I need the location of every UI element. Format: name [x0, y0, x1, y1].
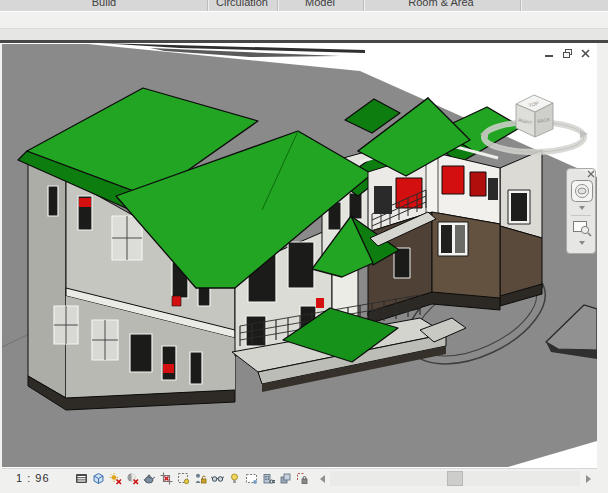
close-button[interactable] [580, 45, 591, 56]
status-bar-margin [0, 488, 608, 493]
right-wing [500, 150, 542, 306]
red-pane [163, 364, 174, 373]
ribbon-panel-circulation[interactable]: Circulation [216, 0, 268, 8]
panel-separator [207, 0, 208, 11]
steering-wheel-button[interactable] [570, 179, 594, 203]
show-rendering-dialog-button[interactable] [142, 471, 157, 486]
reveal-constraints-button[interactable] [295, 471, 310, 486]
ribbon-panel-label-row: Build Circulation Model Room & Area [0, 0, 608, 12]
detail-level-button[interactable] [74, 471, 89, 486]
temporary-view-properties-button[interactable] [244, 471, 259, 486]
steering-wheel-menu-arrow[interactable] [579, 206, 585, 210]
scale-button[interactable]: 1 : 96 [16, 472, 50, 484]
model-canvas[interactable]: TOP RIGHT BACK [2, 43, 597, 468]
ribbon-panel-room-area[interactable]: Room & Area [408, 0, 473, 8]
hscroll-thumb[interactable] [447, 471, 463, 486]
window-right-margin [597, 43, 608, 493]
show-crop-region-button[interactable] [176, 471, 191, 486]
highlight-displacement-sets-button[interactable] [278, 471, 293, 486]
red-panel [470, 172, 486, 196]
temporary-hide-isolate-button[interactable] [210, 471, 225, 486]
view-control-buttons [74, 471, 310, 486]
crop-view-button[interactable] [159, 471, 174, 486]
ribbon-lower-band [0, 12, 608, 28]
ribbon-panel-build[interactable]: Build [92, 0, 116, 8]
ribbon: Build Circulation Model Room & Area [0, 0, 608, 40]
view-control-bar: 1 : 96 [2, 468, 597, 488]
panel-separator [277, 0, 278, 11]
red-vent [172, 296, 181, 306]
hscroll-left-arrow[interactable] [320, 475, 325, 483]
hscroll-track[interactable] [330, 471, 580, 486]
ribbon-panel-model[interactable]: Model [305, 0, 335, 8]
unlocked-3d-view-button[interactable] [193, 471, 208, 486]
zoom-menu-arrow[interactable] [579, 241, 585, 245]
panel-separator [520, 0, 521, 11]
show-analytical-model-button[interactable] [261, 471, 276, 486]
drawing-area[interactable]: TOP RIGHT BACK [2, 43, 597, 468]
red-panel [442, 166, 464, 194]
panel-separator [363, 0, 364, 11]
zoom-button[interactable] [572, 219, 592, 237]
restore-button[interactable] [562, 45, 573, 56]
room-area-dropdown-icon[interactable] [478, 2, 484, 12]
reveal-hidden-elements-button[interactable] [227, 471, 242, 486]
shadows-button[interactable] [125, 471, 140, 486]
tower [360, 140, 500, 324]
navigation-bar[interactable] [566, 168, 596, 254]
navbar-close-icon[interactable] [587, 170, 595, 178]
view-window-controls [544, 45, 591, 57]
red-pane [316, 298, 324, 308]
red-pane [79, 198, 91, 207]
hscroll-right-arrow[interactable] [586, 475, 591, 483]
navbar-divider [571, 215, 591, 216]
visual-style-button[interactable] [91, 471, 106, 486]
sun-path-button[interactable] [108, 471, 123, 486]
minimize-button[interactable] [544, 45, 555, 56]
